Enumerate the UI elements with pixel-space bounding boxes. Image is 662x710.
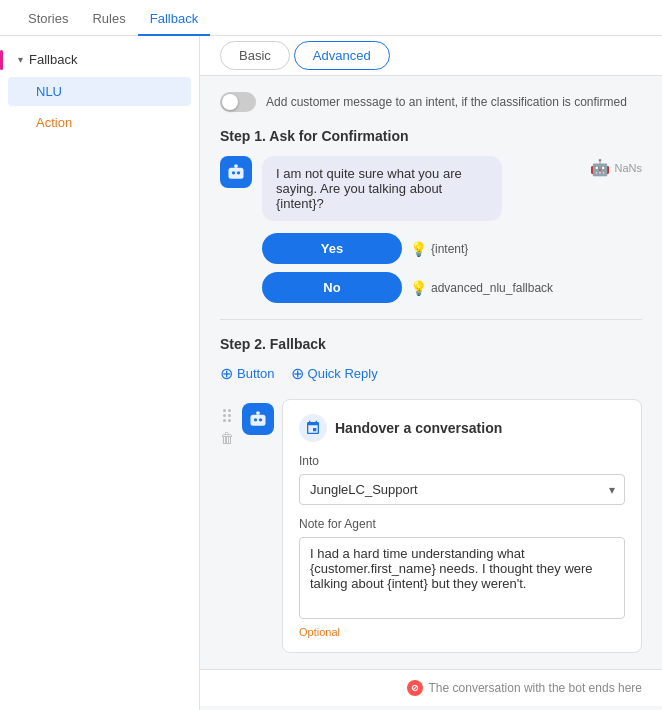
tab-advanced[interactable]: Advanced <box>294 41 390 70</box>
content-area: Basic Advanced Add customer message to a… <box>200 36 662 710</box>
tab-basic[interactable]: Basic <box>220 41 290 70</box>
note-label: Note for Agent <box>299 517 625 531</box>
optional-text: Optional <box>299 626 625 638</box>
svg-point-2 <box>237 171 240 174</box>
nav-rules[interactable]: Rules <box>80 3 137 36</box>
sidebar: ▾ Fallback NLU Action <box>0 36 200 710</box>
bot-bubble: I am not quite sure what you are saying.… <box>262 156 502 221</box>
bot-meta: 🤖 NaNs <box>590 158 642 177</box>
bot-message-text: I am not quite sure what you are saying.… <box>276 166 462 211</box>
note-textarea[interactable]: I had a hard time understanding what <sp… <box>299 537 625 619</box>
svg-point-6 <box>254 418 257 421</box>
handover-container: 🗑 <box>220 399 642 653</box>
into-select[interactable]: JungleLC_Support <box>299 474 625 505</box>
add-quick-reply-label: Quick Reply <box>308 366 378 381</box>
action-buttons: Yes 💡 {intent} No 💡 advanced_nlu_fallbac… <box>262 233 642 303</box>
sidebar-item-nlu[interactable]: NLU <box>8 77 191 106</box>
nans-badge: NaNs <box>614 162 642 174</box>
stop-icon: ⊘ <box>407 680 423 696</box>
nav-stories[interactable]: Stories <box>16 3 80 36</box>
drag-dot <box>228 419 231 422</box>
svg-rect-3 <box>234 165 237 168</box>
add-button-item[interactable]: ⊕ Button <box>220 364 275 383</box>
drag-dot <box>223 414 226 417</box>
add-quick-reply-item[interactable]: ⊕ Quick Reply <box>291 364 378 383</box>
yes-button[interactable]: Yes <box>262 233 402 264</box>
bottom-notice: ⊘ The conversation with the bot ends her… <box>200 669 662 706</box>
plus-icon-quick-reply: ⊕ <box>291 364 304 383</box>
bot-message-row: I am not quite sure what you are saying.… <box>220 156 642 221</box>
footer-notice-text: The conversation with the bot ends here <box>429 681 642 695</box>
toggle-knob <box>222 94 238 110</box>
top-nav: Stories Rules Fallback <box>0 0 662 36</box>
tab-bar: Basic Advanced <box>200 36 662 76</box>
sidebar-fallback-section[interactable]: ▾ Fallback <box>0 44 199 75</box>
sidebar-section-label: Fallback <box>29 52 77 67</box>
add-to-intent-toggle[interactable] <box>220 92 256 112</box>
toggle-label: Add customer message to an intent, if th… <box>266 95 627 109</box>
add-row: ⊕ Button ⊕ Quick Reply <box>220 364 642 383</box>
step-divider <box>220 319 642 320</box>
svg-point-1 <box>232 171 235 174</box>
drag-dot <box>228 414 231 417</box>
sidebar-item-action[interactable]: Action <box>8 108 191 137</box>
bot-avatar <box>220 156 252 188</box>
bulb-icon: 💡 <box>410 241 427 257</box>
step2-title: Step 2. Fallback <box>220 336 642 352</box>
yes-intent-text: {intent} <box>431 242 468 256</box>
handover-icon <box>299 414 327 442</box>
add-button-label: Button <box>237 366 275 381</box>
handover-card: Handover a conversation Into JungleLC_Su… <box>282 399 642 653</box>
yes-intent-label: 💡 {intent} <box>410 241 468 257</box>
content-inner: Add customer message to an intent, if th… <box>200 76 662 669</box>
bulb-icon-2: 💡 <box>410 280 427 296</box>
no-intent-label: 💡 advanced_nlu_fallback <box>410 280 553 296</box>
into-select-wrapper: JungleLC_Support ▾ <box>299 474 625 505</box>
chevron-down-icon: ▾ <box>18 54 23 65</box>
svg-rect-0 <box>229 168 244 179</box>
delete-icon[interactable]: 🗑 <box>220 430 234 446</box>
handover-header: Handover a conversation <box>299 414 625 442</box>
toggle-row: Add customer message to an intent, if th… <box>220 92 642 112</box>
into-label: Into <box>299 454 625 468</box>
handover-title: Handover a conversation <box>335 420 502 436</box>
bot-avatar-handover <box>242 403 274 435</box>
svg-point-7 <box>259 418 262 421</box>
sidebar-accent <box>0 50 3 70</box>
drag-dot <box>228 409 231 412</box>
main-layout: ▾ Fallback NLU Action Basic Advanced Add… <box>0 36 662 710</box>
yes-button-row: Yes 💡 {intent} <box>262 233 642 264</box>
bot-content: I am not quite sure what you are saying.… <box>262 156 642 221</box>
drag-dot <box>223 409 226 412</box>
no-button-row: No 💡 advanced_nlu_fallback <box>262 272 642 303</box>
drag-handle[interactable] <box>223 405 231 422</box>
svg-rect-5 <box>251 415 266 426</box>
nav-fallback[interactable]: Fallback <box>138 3 210 36</box>
no-intent-text: advanced_nlu_fallback <box>431 281 553 295</box>
step1-title: Step 1. Ask for Confirmation <box>220 128 642 144</box>
drag-dot <box>223 419 226 422</box>
plus-icon-button: ⊕ <box>220 364 233 383</box>
svg-rect-8 <box>256 412 259 415</box>
no-button[interactable]: No <box>262 272 402 303</box>
